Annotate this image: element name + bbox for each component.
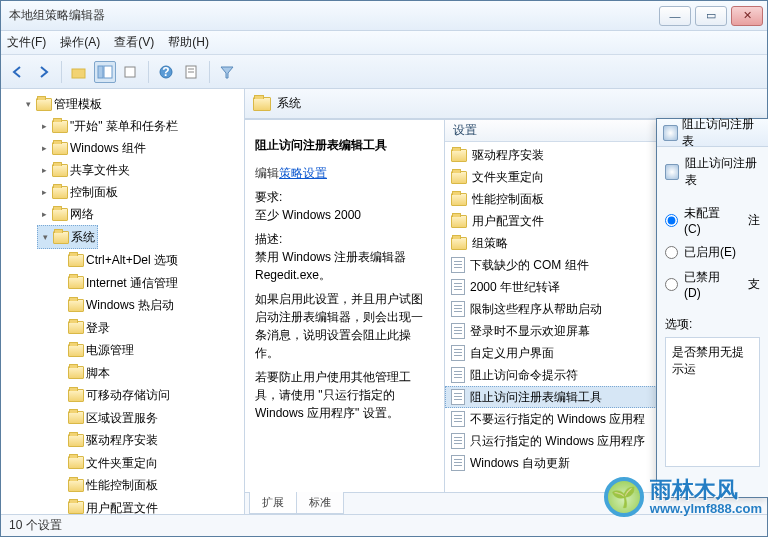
svg-rect-1 bbox=[98, 66, 103, 78]
tab-standard[interactable]: 标准 bbox=[296, 492, 344, 514]
menu-help[interactable]: 帮助(H) bbox=[168, 34, 209, 51]
tree-item[interactable]: 驱动程序安装 bbox=[53, 429, 160, 451]
collapse-icon[interactable]: ▾ bbox=[40, 232, 51, 243]
desc3: 若要防止用户使用其他管理工具，请使用 "只运行指定的 Windows 应用程序"… bbox=[255, 368, 434, 422]
policy-icon bbox=[451, 279, 465, 295]
radio-disabled[interactable] bbox=[665, 278, 678, 291]
folder-icon bbox=[68, 299, 84, 312]
folder-up-icon[interactable] bbox=[68, 61, 90, 83]
tree-item[interactable]: ▸Windows 组件 bbox=[37, 137, 148, 159]
folder-icon bbox=[451, 193, 467, 206]
tree-item[interactable]: 文件夹重定向 bbox=[53, 452, 160, 474]
edit-prefix: 编辑 bbox=[255, 166, 279, 180]
watermark-brand: 雨林木风 bbox=[650, 479, 762, 501]
menu-file[interactable]: 文件(F) bbox=[7, 34, 46, 51]
show-hide-tree-icon[interactable] bbox=[94, 61, 116, 83]
menu-view[interactable]: 查看(V) bbox=[114, 34, 154, 51]
main-window: 本地组策略编辑器 — ▭ ✕ 文件(F) 操作(A) 查看(V) 帮助(H) ?… bbox=[0, 0, 768, 537]
policy-dialog: 阻止访问注册表 阻止访问注册表 未配置(C) 注 已启用(E) 已禁用(D) 支… bbox=[656, 118, 768, 498]
path-label: 系统 bbox=[277, 95, 301, 112]
tree-item[interactable]: 电源管理 bbox=[53, 339, 136, 361]
titlebar: 本地组策略编辑器 — ▭ ✕ bbox=[1, 1, 767, 31]
label-disabled: 已禁用(D) bbox=[684, 269, 729, 300]
folder-icon bbox=[52, 142, 68, 155]
collapse-icon[interactable]: ▾ bbox=[23, 99, 34, 110]
toolbar: ? bbox=[1, 55, 767, 89]
folder-icon bbox=[68, 479, 84, 492]
separator bbox=[61, 61, 62, 83]
folder-icon bbox=[52, 186, 68, 199]
maximize-button[interactable]: ▭ bbox=[695, 6, 727, 26]
options-label: 选项: bbox=[665, 317, 692, 331]
policy-icon bbox=[451, 411, 465, 427]
folder-icon bbox=[52, 208, 68, 221]
tree-item[interactable]: 区域设置服务 bbox=[53, 407, 160, 429]
separator bbox=[148, 61, 149, 83]
options-text: 是否禁用无提示运 bbox=[672, 345, 744, 376]
folder-icon bbox=[451, 215, 467, 228]
menu-action[interactable]: 操作(A) bbox=[60, 34, 100, 51]
separator bbox=[209, 61, 210, 83]
tree-item[interactable]: ▸控制面板 bbox=[37, 181, 120, 203]
close-button[interactable]: ✕ bbox=[731, 6, 763, 26]
svg-rect-0 bbox=[72, 69, 85, 78]
back-icon[interactable] bbox=[7, 61, 29, 83]
tree-item[interactable]: ▸网络 bbox=[37, 203, 96, 225]
tree-item[interactable]: 可移动存储访问 bbox=[53, 384, 172, 406]
expand-icon[interactable]: ▸ bbox=[39, 143, 50, 154]
watermark-url: www.ylmf888.com bbox=[650, 501, 762, 516]
watermark-logo: 🌱 bbox=[604, 477, 644, 517]
tree-item[interactable]: 性能控制面板 bbox=[53, 474, 160, 496]
tree-item[interactable]: Ctrl+Alt+Del 选项 bbox=[53, 249, 180, 271]
tree-item[interactable]: ▸共享文件夹 bbox=[37, 159, 132, 181]
side-text2: 支 bbox=[748, 276, 760, 293]
policy-heading: 阻止访问注册表编辑工具 bbox=[255, 136, 434, 154]
radio-not-configured[interactable] bbox=[665, 214, 678, 227]
status-text: 10 个设置 bbox=[9, 517, 62, 534]
side-text: 注 bbox=[748, 212, 760, 229]
dialog-icon bbox=[665, 164, 679, 180]
minimize-button[interactable]: — bbox=[659, 6, 691, 26]
svg-rect-3 bbox=[125, 67, 135, 77]
menubar: 文件(F) 操作(A) 查看(V) 帮助(H) bbox=[1, 31, 767, 55]
edit-policy-link[interactable]: 策略设置 bbox=[279, 166, 327, 180]
expand-icon[interactable]: ▸ bbox=[39, 209, 50, 220]
tab-extended[interactable]: 扩展 bbox=[249, 492, 297, 514]
tree-item[interactable]: 用户配置文件 bbox=[53, 497, 160, 515]
label-not-configured: 未配置(C) bbox=[684, 205, 729, 236]
tree-root[interactable]: 管理模板 bbox=[54, 94, 102, 114]
folder-icon bbox=[52, 164, 68, 177]
policy-icon bbox=[451, 367, 465, 383]
tree-item-system[interactable]: ▾系统 bbox=[37, 225, 98, 249]
policy-icon bbox=[451, 301, 465, 317]
policy-icon bbox=[451, 455, 465, 471]
tree-item[interactable]: Internet 通信管理 bbox=[53, 272, 180, 294]
expand-icon[interactable]: ▸ bbox=[39, 121, 50, 132]
folder-icon bbox=[68, 276, 84, 289]
tree-item[interactable]: 登录 bbox=[53, 317, 112, 339]
help-icon[interactable]: ? bbox=[155, 61, 177, 83]
properties-icon[interactable] bbox=[181, 61, 203, 83]
window-title: 本地组策略编辑器 bbox=[9, 7, 655, 24]
folder-icon bbox=[68, 501, 84, 514]
tree-item[interactable]: 脚本 bbox=[53, 362, 112, 384]
svg-text:?: ? bbox=[162, 65, 169, 79]
folder-icon bbox=[68, 411, 84, 424]
policy-icon bbox=[451, 257, 465, 273]
expand-icon[interactable]: ▸ bbox=[39, 187, 50, 198]
export-icon[interactable] bbox=[120, 61, 142, 83]
expand-icon[interactable]: ▸ bbox=[39, 165, 50, 176]
nav-tree[interactable]: ▾管理模板 ▸"开始" 菜单和任务栏▸Windows 组件▸共享文件夹▸控制面板… bbox=[1, 89, 245, 514]
folder-icon bbox=[68, 366, 84, 379]
tree-item[interactable]: Windows 热启动 bbox=[53, 294, 176, 316]
detail-pane: 阻止访问注册表编辑工具 编辑策略设置 要求:至少 Windows 2000 描述… bbox=[245, 120, 445, 492]
desc-label: 描述: bbox=[255, 232, 282, 246]
tree-item[interactable]: ▸"开始" 菜单和任务栏 bbox=[37, 115, 180, 137]
radio-enabled[interactable] bbox=[665, 246, 678, 259]
folder-icon bbox=[68, 254, 84, 267]
folder-icon bbox=[53, 231, 69, 244]
forward-icon[interactable] bbox=[33, 61, 55, 83]
folder-icon bbox=[68, 389, 84, 402]
dialog-row-title: 阻止访问注册表 bbox=[685, 155, 760, 189]
filter-icon[interactable] bbox=[216, 61, 238, 83]
